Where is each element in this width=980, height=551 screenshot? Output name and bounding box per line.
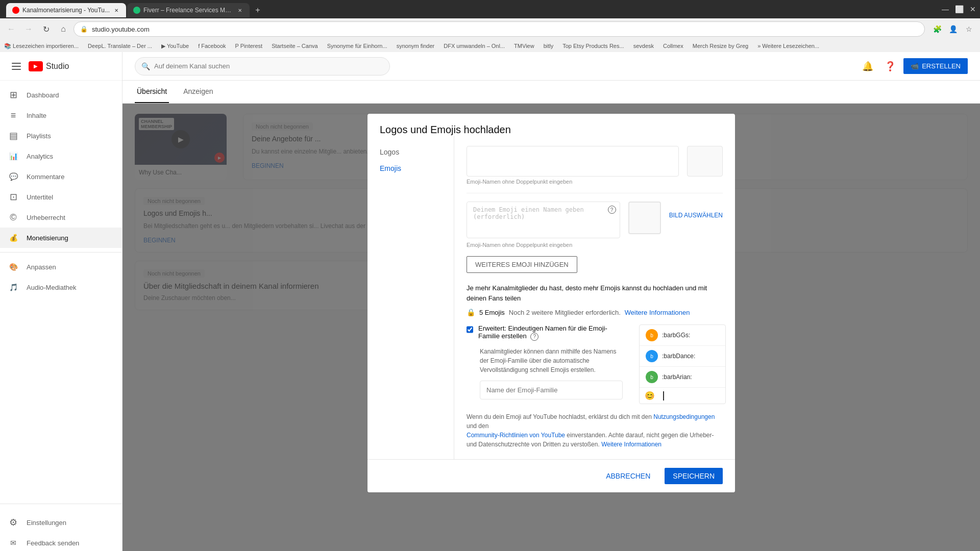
emoji-entry-2: Deinem Emoji einen Namen geben (erforder… [467,202,723,248]
bookmark-synonyme[interactable]: Synonyme für Einhorn... [327,43,387,49]
kommentare-icon: 💬 [8,171,18,182]
search-bar[interactable]: 🔍 [135,57,390,76]
emoji-avatar-3: b [646,371,658,383]
emoji-family-checkbox-row: Erweitert: Eindeutigen Namen für die Emo… [467,324,623,341]
analytics-icon: 📊 [8,151,18,161]
dashboard-icon: ⊞ [8,90,18,100]
emoji-family-checkbox[interactable] [467,325,473,334]
feedback-icon: ✉ [8,538,18,548]
bookmark-etsy[interactable]: Top Etsy Products Res... [562,43,624,49]
maximize-button[interactable]: ⬜ [955,5,964,13]
search-input[interactable] [154,62,383,70]
lock-icon: 🔒 [467,308,475,316]
emoji-family-input[interactable] [480,381,623,399]
checkbox-help-icon[interactable]: ? [530,333,538,341]
modal-sidebar-emojis[interactable]: Emojis [368,160,454,177]
info-text: Je mehr Kanalmitglieder du hast, desto m… [467,283,723,303]
bookmark-lesezeichen[interactable]: 📚 Lesezeichen importieren... [4,43,79,49]
profile-icon[interactable]: 👤 [946,22,960,36]
more-info-link[interactable]: Weitere Informationen [625,309,690,316]
create-button[interactable]: 📹 ERSTELLEN [903,58,968,74]
bookmark-merch[interactable]: Merch Resize by Greg [693,43,748,49]
sidebar-item-monetisierung[interactable]: 💰 Monetisierung [0,228,122,248]
sidebar-item-audio[interactable]: 🎵 Audio-Mediathek [0,277,122,297]
browser-tab-1[interactable]: Kanalmonetarisierung - YouTu... ✕ [6,3,126,17]
address-bar[interactable]: 🔒 studio.youtube.com [74,21,925,37]
terms-link-1[interactable]: Nutzungsbedingungen [653,413,715,420]
sidebar-item-inhalte[interactable]: ≡ Inhalte [0,105,122,126]
emoji-name-input-2[interactable]: Deinem Emoji einen Namen geben (erforder… [467,202,620,238]
emoji-name-input-1[interactable] [467,146,679,177]
modal-sidebar-logos[interactable]: Logos [368,144,454,160]
sidebar-item-analytics[interactable]: 📊 Analytics [0,146,122,166]
bookmark-pinterest[interactable]: P Pinterest [235,43,263,49]
bookmark-synonym-finder[interactable]: synonym finder [397,43,435,49]
modal-sidebar: Logos Emojis [368,136,454,459]
sidebar-item-einstellungen[interactable]: ⚙ Einstellungen [0,512,122,533]
emoji-count-row: 🔒 5 Emojis Noch 2 weitere Mitglieder erf… [467,308,723,316]
sidebar-divider-2 [0,504,122,504]
cancel-button[interactable]: ABBRECHEN [598,468,658,484]
browser-tabs: Kanalmonetarisierung - YouTu... ✕ Fiverr… [6,1,265,17]
security-icon: 🔒 [80,26,88,33]
browser-chrome: Kanalmonetarisierung - YouTu... ✕ Fiverr… [0,0,980,52]
extensions-icon[interactable]: 🧩 [930,22,944,36]
emoji-preview-row-3: b :barbArian: [640,367,725,387]
minimize-button[interactable]: — [942,5,949,13]
sidebar-item-label: Untertitel [27,193,53,201]
bookmark-dfx[interactable]: DFX umwandeln – Onl... [444,43,505,49]
yt-studio-logo[interactable]: Studio [29,61,69,71]
sidebar-item-untertitel[interactable]: ⊡ Untertitel [0,187,122,207]
tab2-close[interactable]: ✕ [236,7,243,14]
new-tab-button[interactable]: + [251,3,265,17]
browser-tab-2[interactable]: Fiverr – Freelance Services Mar... ✕ [127,3,250,17]
emoji-upload-box-1 [687,146,723,177]
modal-main: Emoji-Namen ohne Doppelpunkt eingeben De… [454,136,735,459]
sidebar-item-label: Anpassen [27,263,56,271]
info-section: Je mehr Kanalmitglieder du hast, desto m… [467,283,723,316]
cursor-indicator [658,391,664,400]
bookmark-canva[interactable]: Startseite – Canva [272,43,318,49]
tab-ubersicht[interactable]: Übersicht [135,81,169,103]
bookmark-youtube[interactable]: ▶ YouTube [161,43,189,49]
close-window-button[interactable]: ✕ [970,5,976,13]
bookmark-facebook[interactable]: f Facebook [198,43,226,49]
bookmark-sevdesk[interactable]: sevdesk [633,43,654,49]
help-button[interactable]: ❓ [881,57,899,76]
sidebar-item-feedback[interactable]: ✉ Feedback senden [0,533,122,551]
monetisierung-icon: 💰 [8,233,18,243]
back-button[interactable]: ← [4,22,18,36]
bookmark-more[interactable]: » Weitere Lesezeichen... [757,43,819,49]
sidebar-item-dashboard[interactable]: ⊞ Dashboard [0,85,122,105]
forward-button[interactable]: → [21,22,36,36]
emoji-label-3: :barbArian: [662,373,692,381]
tab1-favicon [12,7,19,14]
add-emoji-button[interactable]: WEITERES EMOJI HINZÜGEN [467,256,577,273]
terms-link-3[interactable]: Weitere Informationen [601,441,662,448]
sidebar-item-playlists[interactable]: ▤ Playlists [0,126,122,146]
notifications-button[interactable]: 🔔 [859,57,877,76]
bookmark-bitly[interactable]: bitly [544,43,554,49]
upload-image-button[interactable]: BILD AUSWÄHLEN [669,212,723,219]
emoji-hint-2: Emoji-Namen ohne Doppelpunkt eingeben [467,242,723,248]
home-button[interactable]: ⌂ [56,22,70,36]
sidebar-item-kommentare[interactable]: 💬 Kommentare [0,166,122,187]
sidebar-item-anpassen[interactable]: 🎨 Anpassen [0,257,122,277]
bookmark-icon[interactable]: ☆ [962,22,976,36]
sidebar-item-urheberrecht[interactable]: © Urheberrecht [0,207,122,228]
reload-button[interactable]: ↻ [39,22,53,36]
sidebar-item-label: Analytics [27,153,53,160]
help-icon[interactable]: ? [608,206,616,214]
checkbox-description: Kanalmitglieder können dann mithilfe des… [480,347,623,374]
tab-anzeigen[interactable]: Anzeigen [181,81,215,103]
sidebar-item-label: Einstellungen [27,519,66,527]
bookmark-collmex[interactable]: Collmex [663,43,683,49]
terms-section: Wenn du dein Emoji auf YouTube hochladst… [467,412,723,449]
tab1-close[interactable]: ✕ [113,7,120,14]
save-button[interactable]: SPEICHERN [665,468,723,484]
hamburger-menu[interactable] [8,58,24,74]
sidebar: Studio ⊞ Dashboard ≡ Inhalte ▤ Playlists… [0,52,122,551]
terms-link-2[interactable]: Community-Richtlinien von YouTube [467,432,565,439]
bookmark-deepl[interactable]: DeepL. Translate – Der ... [88,43,152,49]
bookmark-tmview[interactable]: TMView [514,43,534,49]
